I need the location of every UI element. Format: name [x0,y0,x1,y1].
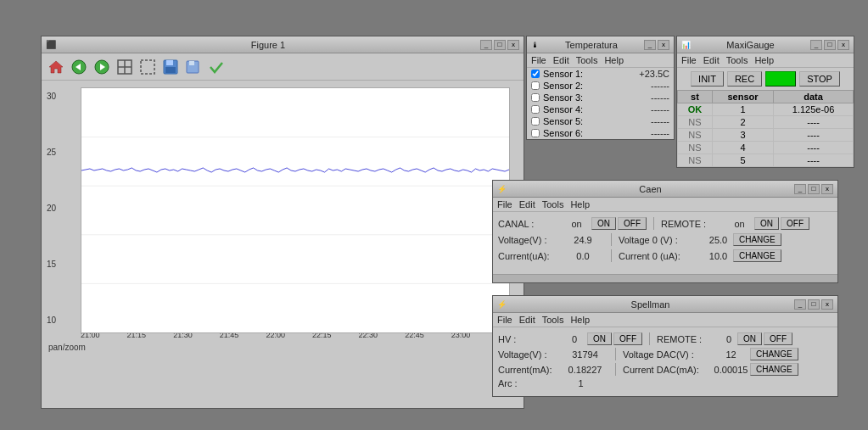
maxigauge-window: 📊 MaxiGauge _ □ x File Edit Tools Help I… [676,36,854,168]
figure-minimize[interactable]: _ [480,40,492,50]
caen-minimize[interactable]: _ [794,184,806,194]
figure-maximize[interactable]: □ [494,40,506,50]
maxi-menu-file[interactable]: File [681,55,697,65]
sensor4-checkbox[interactable] [531,105,540,114]
row1-sensor: 1 [712,103,773,116]
spell-menu-tools[interactable]: Tools [542,315,564,325]
check-icon[interactable] [206,57,227,77]
temp-minimize[interactable]: _ [644,40,656,50]
maxi-menu-tools[interactable]: Tools [726,55,748,65]
sensor-list: Sensor 1: +23.5C Sensor 2: ------ Sensor… [527,68,674,139]
save-disk-icon[interactable] [160,57,181,77]
spellman-close[interactable]: x [821,299,833,310]
sensor2-name: Sensor 2: [543,81,631,91]
sensor5-checkbox[interactable] [531,117,540,126]
caen-canal-row: CANAL : on ON OFF REMOTE : on ON OFF [498,217,832,230]
spellman-title: Spellman [507,299,794,310]
spell-divider1 [649,332,650,345]
home-icon[interactable] [46,57,66,77]
move-icon[interactable] [115,57,135,77]
maxi-maximize[interactable]: □ [824,40,836,50]
voltage0-change-button[interactable]: CHANGE [733,233,781,246]
sensor-row-6: Sensor 6: ------ [527,127,674,139]
row2-sensor: 2 [712,116,773,129]
temp-menu-help[interactable]: Help [604,55,624,65]
maxi-menu-help[interactable]: Help [754,55,774,65]
select-icon[interactable] [137,57,158,77]
spell-remote-on-button[interactable]: ON [737,332,762,345]
sensor-row-1: Sensor 1: +23.5C [527,68,674,80]
spell-divider3 [615,363,616,376]
caen-window: ⚡ Caen _ □ x File Edit Tools Help CANAL … [492,180,838,283]
sensor1-checkbox[interactable] [531,70,540,78]
init-button[interactable]: INIT [691,71,724,87]
spellman-body: HV : 0 ON OFF REMOTE : 0 ON OFF Voltage(… [493,327,837,396]
maxi-close[interactable]: x [837,40,849,50]
plot-area [81,87,510,333]
sensor3-checkbox[interactable] [531,93,540,102]
spell-current-label: Current(mA): [498,365,562,375]
temp-title: Temperatura [539,40,644,50]
caen-menubar: File Edit Tools Help [493,198,837,212]
caen-close[interactable]: x [821,184,833,194]
rec-button[interactable]: REC [727,71,762,87]
temp-menu-tools[interactable]: Tools [576,55,598,65]
temp-title-icon: 🌡 [531,41,539,49]
caen-menu-edit[interactable]: Edit [519,199,535,209]
remote-label: REMOTE : [661,219,725,229]
spell-arc-row: Arc : 1 [498,378,832,388]
back-icon[interactable] [69,57,89,77]
figure-close[interactable]: x [507,40,519,50]
voltage-label: Voltage(V) : [498,235,562,245]
curdac-change-button[interactable]: CHANGE [750,363,798,376]
hv-off-button[interactable]: OFF [613,332,642,345]
spellman-maximize[interactable]: □ [808,299,820,310]
y-label-20: 20 [47,204,56,213]
caen-scrollbar[interactable] [493,274,837,282]
temp-close[interactable]: x [658,40,669,50]
spellman-minimize[interactable]: _ [794,299,806,310]
row1-data: 1.125e-06 [774,103,854,116]
maxi-menu-edit[interactable]: Edit [703,55,720,65]
stop-button[interactable]: STOP [799,71,840,87]
col-data: data [774,91,854,103]
caen-menu-tools[interactable]: Tools [542,199,564,209]
spell-menu-help[interactable]: Help [570,315,590,325]
spell-menu-edit[interactable]: Edit [519,315,535,325]
forward-icon[interactable] [92,57,112,77]
spell-divider2 [615,348,616,360]
maxi-title-icon: 📊 [681,41,691,49]
temp-menu-file[interactable]: File [531,55,546,65]
current0-label: Current 0 (uA): [619,251,703,261]
spell-remote-off-button[interactable]: OFF [764,332,792,345]
current0-change-button[interactable]: CHANGE [733,249,781,262]
canal-off-button[interactable]: OFF [618,217,647,230]
svg-rect-11 [165,67,176,73]
curdac-val: 0.00015 [712,365,750,375]
sensor2-checkbox[interactable] [531,81,540,90]
hv-on-button[interactable]: ON [587,332,612,345]
row4-data: ---- [774,142,854,154]
spell-remote-state: 0 [720,334,737,344]
figure-controls: _ □ x [480,40,519,50]
sensor4-value: ------ [631,104,669,114]
sensor6-checkbox[interactable] [531,129,540,137]
spell-voltage-label: Voltage(V) : [498,349,562,360]
maxi-minimize[interactable]: _ [810,40,822,50]
spell-menu-file[interactable]: File [497,315,512,325]
voltdac-change-button[interactable]: CHANGE [750,348,798,360]
caen-menu-help[interactable]: Help [570,199,590,209]
status-bar: pan/zoom [42,341,524,354]
caen-menu-file[interactable]: File [497,199,512,209]
remote-off-button[interactable]: OFF [781,217,809,230]
row1-status: OK [678,103,713,116]
caen-controls-btns: _ □ x [794,184,833,194]
canal-on-button[interactable]: ON [591,217,616,230]
caen-maximize[interactable]: □ [808,184,820,194]
spell-current-val: 0.18227 [562,365,608,375]
sensor3-value: ------ [631,92,669,103]
remote-on-button[interactable]: ON [754,217,779,230]
row4-status: NS [678,142,713,154]
save2-icon[interactable] [183,57,204,77]
temp-menu-edit[interactable]: Edit [553,55,569,65]
